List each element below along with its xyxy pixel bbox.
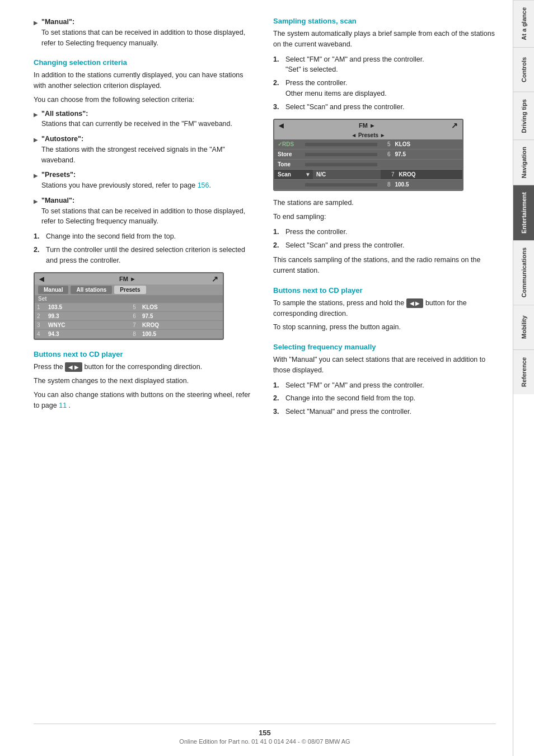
end-step-2-num: 2. (273, 240, 281, 251)
sampling-step-3-num: 3. (273, 102, 281, 113)
bullet-allstations-icon: ▶ (34, 110, 38, 130)
row4-station2: 100.5 (140, 330, 223, 338)
footer-text: Online Edition for Part no. 01 41 0 014 … (179, 738, 350, 745)
bullet-manual-label: "Manual": (41, 197, 74, 204)
step-2-num: 2. (34, 245, 41, 266)
row3-station1: WNYC (46, 321, 129, 329)
section-sampling-title: Sampling stations, scan (273, 17, 496, 25)
sampling-step-1-sub: "Set" is selected. (285, 66, 338, 73)
menu-last-station (305, 183, 377, 186)
sidebar-tab-mobility[interactable]: Mobility (513, 305, 534, 349)
bullet-allstations-label: "All stations": (41, 110, 88, 118)
row3-num2: 7 (129, 322, 140, 328)
sampling-step-3: 3. Select "Scan" and press the controlle… (273, 102, 496, 113)
row1-station1: 103.5 (46, 303, 129, 311)
sidebar-tab-controls[interactable]: Controls (513, 47, 534, 92)
bullet-presets-label: "Presets": (41, 171, 76, 179)
bullet-presets-text: Stations you have previously stored, ref… (41, 181, 211, 189)
presets-row: ◄ Presets ► (274, 131, 462, 139)
left-column: ▶ "Manual": To set stations that can be … (34, 17, 256, 712)
radio-row-1: 1 103.5 5 KLOS (35, 303, 223, 311)
page-footer: 155 Online Edition for Part no. 01 41 0 … (34, 724, 496, 745)
sampled-para3: This cancels sampling of the stations, a… (273, 255, 496, 276)
menu-tone-label: Tone (274, 160, 305, 169)
section-select-freq-title: Selecting frequency manually (273, 343, 496, 351)
step-1-text: Change into the second field from the to… (46, 231, 176, 242)
sampling-step-2-text: Press the controller. (285, 79, 347, 87)
sidebar-tab-driving-tips[interactable]: Driving tips (513, 92, 534, 140)
buttons-cd-para1-left: Press the ◀ ▶ button for the correspondi… (34, 362, 256, 372)
step-2: 2. Turn the controller until the desired… (34, 245, 256, 266)
select-freq-intro: With "Manual" you can select stations th… (273, 354, 496, 376)
end-sampling-steps: 1. Press the controller. 2. Select "Scan… (273, 227, 496, 251)
bullet-autostore-label: "Autostore": (41, 135, 83, 143)
buttons-cd-para2-left: The system changes to the next displayed… (34, 376, 256, 386)
menu-scan-num: 7 (381, 170, 396, 179)
select-freq-steps: 1. Select "FM" or "AM" and press the con… (273, 380, 496, 417)
set-label: Set (35, 295, 223, 302)
menu-row-tone: Tone (274, 160, 462, 170)
sidebar-tab-navigation[interactable]: Navigation (513, 139, 534, 185)
sidebar-tab-reference[interactable]: Reference (513, 349, 534, 394)
row1-num1: 1 (35, 304, 46, 310)
row2-num1: 2 (35, 313, 46, 319)
row1-station2: KLOS (140, 303, 223, 311)
radio-screen-1: ◀ FM ► ↗ Manual All stations Presets Set… (34, 272, 224, 340)
criteria-intro1: In addition to the stations currently di… (34, 70, 256, 91)
menu-row-store: Store 6 97.5 (274, 150, 462, 160)
menu-store-station2: 97.5 (393, 150, 463, 159)
sidebar-tab-communications[interactable]: Communications (513, 240, 534, 304)
end-step-1: 1. Press the controller. (273, 227, 496, 237)
section-buttons-cd-title-left: Buttons next to CD player (34, 350, 256, 358)
bullet-manual-text: To set stations that can be received in … (41, 207, 245, 226)
sampling-step-3-text: Select "Scan" and press the controller. (285, 102, 404, 113)
criteria-intro2: You can choose from the following select… (34, 95, 256, 105)
criteria-steps-list: 1. Change into the second field from the… (34, 231, 256, 265)
sampling-step-1-text: Select "FM" or "AM" and press the contro… (285, 55, 424, 63)
freq-step-3: 3. Select "Manual" and press the control… (273, 407, 496, 417)
sampling-step-2-sub: Other menu items are displayed. (285, 90, 387, 97)
buttons-cd-para1-right: To sample the stations, press and hold t… (273, 298, 496, 319)
tab-allstations: All stations (71, 286, 112, 294)
radio-row-4: 4 94.3 8 100.5 (35, 330, 223, 338)
bullet-autostore-icon: ▶ (34, 136, 38, 165)
bullet-manual-icon: ▶ (34, 197, 38, 227)
end-step-2: 2. Select "Scan" and press the controlle… (273, 240, 496, 251)
end-step-1-num: 1. (273, 227, 281, 237)
radio-screen-2-header: ◀ FM ► ↗ (274, 120, 462, 131)
menu-last-num: 8 (377, 180, 393, 189)
header2-fm-label: FM ► (359, 122, 376, 129)
row4-num1: 4 (35, 331, 46, 337)
tab-presets: Presets (114, 286, 146, 294)
row3-station2: KROQ (140, 321, 223, 329)
intro-manual-text: To set stations that can be received in … (41, 29, 245, 47)
intro-manual-label: "Manual": (41, 18, 74, 26)
bullet-triangle-icon: ▶ (34, 18, 38, 48)
radio-tabs-row: Manual All stations Presets (35, 284, 223, 295)
menu-last-label (274, 183, 305, 186)
radio-row-3: 3 WNYC 7 KROQ (35, 321, 223, 329)
freq-step-1-num: 1. (273, 380, 281, 391)
menu-rds-num: 5 (377, 139, 393, 149)
freq-step-2-num: 2. (273, 393, 281, 404)
menu-store-station (305, 153, 377, 156)
end-step-2-text: Select "Scan" and press the controller. (285, 240, 404, 251)
menu-row-scan: Scan ▼ N/C 7 KROQ (274, 170, 462, 180)
sidebar-tab-at-a-glance[interactable]: At a glance (513, 0, 534, 47)
header-right-icon: ↗ (212, 274, 218, 283)
sidebar-tab-entertainment[interactable]: Entertainment (513, 185, 534, 240)
row2-num2: 6 (129, 313, 140, 319)
menu-store-num: 6 (377, 150, 393, 159)
menu-rds-station2: KLOS (393, 139, 463, 149)
right-column: Sampling stations, scan The system autom… (273, 17, 496, 712)
freq-step-2-text: Change into the second field from the to… (285, 393, 415, 404)
row4-num2: 8 (129, 331, 140, 337)
page-11-link[interactable]: 11 (59, 402, 67, 409)
sidebar-tabs: At a glance Controls Driving tips Naviga… (513, 0, 534, 756)
section-changing-criteria-title: Changing selection criteria (34, 58, 256, 67)
radio-screen-2: ◀ FM ► ↗ ◄ Presets ► ✓RDS 5 KLOS (273, 119, 463, 191)
row3-num1: 3 (35, 322, 46, 328)
row2-station1: 99.3 (46, 312, 129, 320)
buttons-cd-para2-right: To stop scanning, press the button again… (273, 322, 496, 333)
page-156-link[interactable]: 156 (198, 181, 209, 189)
